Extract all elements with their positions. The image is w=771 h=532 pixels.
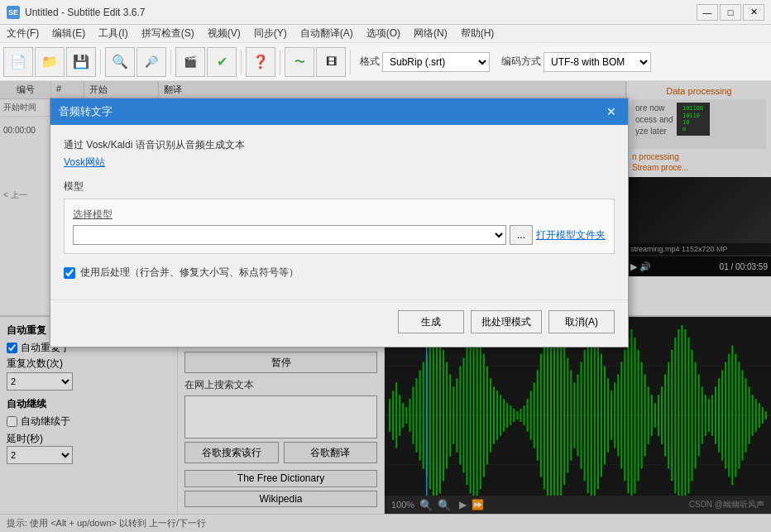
window-controls: — □ ✕ (697, 4, 764, 21)
format-select[interactable]: SubRip (.srt) (382, 52, 490, 72)
dialog-footer: 生成 批处理模式 取消(A) (50, 300, 628, 347)
open-model-folder-link[interactable]: 打开模型文件夹 (536, 228, 606, 242)
encoding-combo: 编码方式 UTF-8 with BOM (496, 52, 651, 72)
find-button[interactable]: 🔍 (105, 47, 135, 77)
speech-to-text-dialog: 音频转文字 ✕ 通过 Vosk/Kaldi 语音识别从音频生成文本 Vosk网站… (50, 98, 629, 347)
model-select[interactable] (73, 225, 506, 245)
fixcommon-button[interactable]: 🎬 (175, 47, 205, 77)
dialog-title: 音频转文字 (59, 104, 113, 119)
app-icon: SE (7, 6, 20, 19)
postprocess-label: 使用后处理（行合并、修复大小写、标点符号等） (80, 266, 299, 280)
model-section-label: 模型 (64, 180, 615, 194)
dialog-body: 通过 Vosk/Kaldi 语音识别从音频生成文本 Vosk网站 模型 选择模型… (50, 125, 628, 293)
new-button[interactable]: 📄 (3, 47, 33, 77)
title-bar: SE Untitled - Subtitle Edit 3.6.7 — □ ✕ (0, 0, 771, 25)
check-button[interactable]: ✔ (207, 47, 237, 77)
model-browse-button[interactable]: ... (510, 225, 533, 245)
menu-spellcheck[interactable]: 拼写检查(S) (135, 25, 201, 42)
dialog-close-button[interactable]: ✕ (603, 103, 620, 120)
app-title: Untitled - Subtitle Edit 3.6.7 (25, 7, 697, 18)
cancel-button[interactable]: 取消(A) (548, 310, 615, 333)
format-label: 格式 (360, 55, 380, 69)
toolbar-separator-2 (170, 50, 171, 74)
batch-mode-button[interactable]: 批处理模式 (471, 310, 542, 333)
toolbar-separator-4 (280, 50, 280, 74)
format-combo: 格式 SubRip (.srt) (355, 52, 490, 72)
menu-network[interactable]: 网络(N) (407, 25, 454, 42)
toolbar: 📄 📁 💾 🔍 🔎 🎬 ✔ ❓ 〜 🎞 格式 SubRip (.srt) 编码方… (0, 43, 771, 81)
encoding-select[interactable]: UTF-8 with BOM (544, 52, 651, 72)
help-toolbar-button[interactable]: ❓ (246, 47, 275, 77)
menu-sync[interactable]: 同步(Y) (247, 25, 294, 42)
menu-bar: 文件(F) 编辑(E) 工具(I) 拼写检查(S) 视频(V) 同步(Y) 自动… (0, 25, 771, 43)
generate-button[interactable]: 生成 (398, 310, 464, 333)
select-model-label: 选择模型 (73, 208, 606, 222)
menu-options[interactable]: 选项(O) (360, 25, 407, 42)
findreplace-button[interactable]: 🔎 (136, 47, 166, 77)
save-button[interactable]: 💾 (66, 47, 96, 77)
menu-autotranslate[interactable]: 自动翻译(A) (294, 25, 360, 42)
menu-help[interactable]: 帮助(H) (454, 25, 501, 42)
menu-edit[interactable]: 编辑(E) (45, 25, 92, 42)
dialog-title-bar: 音频转文字 ✕ (50, 98, 628, 125)
open-button[interactable]: 📁 (35, 47, 65, 77)
postprocess-checkbox-row: 使用后处理（行合并、修复大小写、标点符号等） (64, 266, 615, 280)
close-button[interactable]: ✕ (743, 4, 764, 21)
menu-video[interactable]: 视频(V) (201, 25, 247, 42)
model-row: ... 打开模型文件夹 (73, 225, 606, 245)
toolbar-separator-5 (350, 50, 351, 74)
dialog-overlay: 音频转文字 ✕ 通过 Vosk/Kaldi 语音识别从音频生成文本 Vosk网站… (0, 81, 771, 532)
toolbar-separator-1 (100, 50, 101, 74)
menu-file[interactable]: 文件(F) (0, 25, 45, 42)
maximize-button[interactable]: □ (720, 4, 741, 21)
encoding-label: 编码方式 (501, 55, 541, 69)
menu-tools[interactable]: 工具(I) (92, 25, 134, 42)
waveform-button[interactable]: 〜 (285, 47, 314, 77)
video-toolbar-button[interactable]: 🎞 (316, 47, 346, 77)
postprocess-checkbox[interactable] (64, 267, 75, 279)
toolbar-separator-3 (241, 50, 242, 74)
minimize-button[interactable]: — (697, 4, 718, 21)
vosk-website-link[interactable]: Vosk网站 (64, 156, 105, 168)
dialog-description: 通过 Vosk/Kaldi 语音识别从音频生成文本 (64, 138, 615, 152)
